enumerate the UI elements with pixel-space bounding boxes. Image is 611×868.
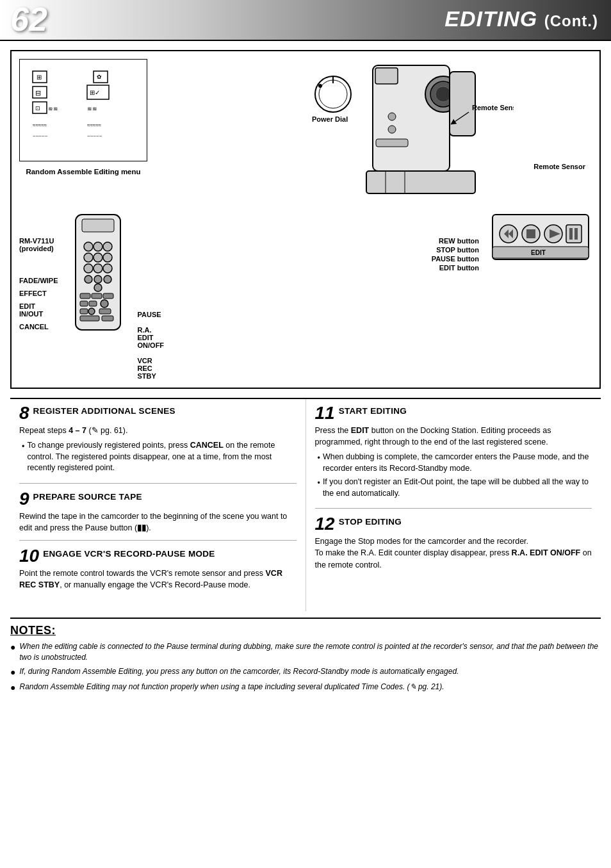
step-10-block: 10 ENGAGE VCR'S RECORD-PAUSE MODE Point … <box>19 548 297 597</box>
svg-point-48 <box>104 275 111 283</box>
svg-text:≈≈≈≈≈: ≈≈≈≈≈ <box>33 122 47 128</box>
step-8-body: Repeat steps 4 – 7 (✎ pg. 61). • To chan… <box>19 425 297 474</box>
menu-icons-svg: ⊞ ✿ ⊟ ⊞✓ ⊡ ≋≋ ≋≋ <box>26 66 135 149</box>
remote-section: RM-V711U (provided) FADE/WIPE EFFECT EDI… <box>19 211 160 380</box>
svg-text:Power Dial: Power Dial <box>312 115 348 123</box>
steps-right: 11 START EDITING Press the EDIT button o… <box>306 399 601 611</box>
note-3-text: Random Assemble Editing may not function… <box>19 682 444 694</box>
svg-rect-58 <box>99 309 111 314</box>
svg-point-38 <box>94 242 102 251</box>
diagram-top: ⊞ ✿ ⊟ ⊞✓ ⊡ ≋≋ ≋≋ <box>19 59 592 200</box>
note-bullet-2: ● <box>10 666 15 679</box>
page-number: 62 <box>10 3 47 36</box>
svg-text:⊞: ⊞ <box>37 74 42 81</box>
vcr-button-labels: REW button STOP button PAUSE button EDIT… <box>432 211 479 272</box>
notes-section: NOTES: ● When the editing cable is conne… <box>10 618 601 694</box>
step-11-block: 11 START EDITING Press the EDIT button o… <box>315 405 592 509</box>
vcr-rec-stby-label: VCR REC STBY <box>138 357 165 380</box>
svg-rect-25 <box>375 68 398 84</box>
menu-box-wrapper: ⊞ ✿ ⊟ ⊞✓ ⊡ ≋≋ ≋≋ <box>19 59 147 176</box>
step-8-bullets: • To change previously registered points… <box>19 440 297 474</box>
svg-rect-54 <box>89 301 97 306</box>
camcorder-area: Power Dial <box>160 59 592 200</box>
ra-edit-label: R.A. EDIT ON/OFF <box>138 326 165 349</box>
svg-rect-69 <box>566 225 582 243</box>
svg-rect-66 <box>526 229 535 238</box>
steps-section: 8 REGISTER ADDITIONAL SCENES Repeat step… <box>10 398 601 611</box>
step-11-title: START EDITING <box>339 405 407 417</box>
notes-list: ● When the editing cable is connected to… <box>10 641 601 694</box>
svg-point-28 <box>388 126 396 133</box>
svg-rect-52 <box>103 293 113 299</box>
svg-text:≋≋: ≋≋ <box>48 106 58 112</box>
step-9-block: 9 PREPARE SOURCE TAPE Rewind the tape in… <box>19 491 297 541</box>
step-12-body: Engage the Stop modes for the camcorder … <box>315 536 592 570</box>
note-2: ● If, during Random Assemble Editing, yo… <box>10 666 601 679</box>
step-11-body: Press the EDIT button on the Docking Sta… <box>315 425 592 499</box>
diagram-section: ⊞ ✿ ⊟ ⊞✓ ⊡ ≋≋ ≋≋ <box>10 50 601 389</box>
remote-body-svg <box>66 211 130 333</box>
svg-rect-36 <box>82 219 114 232</box>
svg-text:✿: ✿ <box>97 74 102 80</box>
step-11-bullet-1: • When dubbing is complete, the camcorde… <box>318 452 592 474</box>
svg-point-19 <box>318 84 322 88</box>
svg-rect-30 <box>366 171 475 193</box>
svg-rect-50 <box>80 293 90 299</box>
step-9-num: 9 <box>19 490 29 508</box>
step-8-block: 8 REGISTER ADDITIONAL SCENES Repeat step… <box>19 405 297 484</box>
page-header: 62 EDITING (Cont.) <box>0 0 611 41</box>
remote-name-label: RM-V711U (provided) <box>19 237 58 252</box>
note-bullet-1: ● <box>10 641 15 663</box>
svg-text:⊡: ⊡ <box>35 105 40 111</box>
svg-point-57 <box>88 308 95 315</box>
vcr-docking-area: REW button STOP button PAUSE button EDIT… <box>167 211 592 272</box>
step-9-body: Rewind the tape in the camcorder to the … <box>19 511 297 534</box>
title-editing: EDITING <box>444 6 537 31</box>
svg-text:~~~~~: ~~~~~ <box>87 133 102 139</box>
svg-point-42 <box>103 253 112 262</box>
steps-left: 8 REGISTER ADDITIONAL SCENES Repeat step… <box>10 399 306 611</box>
step-9-title: PREPARE SOURCE TAPE <box>33 491 142 503</box>
step-12-title: STOP EDITING <box>339 516 402 528</box>
svg-point-55 <box>101 300 108 307</box>
step-9-header: 9 PREPARE SOURCE TAPE <box>19 491 297 508</box>
note-2-text: If, during Random Assemble Editing, you … <box>19 666 459 679</box>
svg-rect-26 <box>450 72 475 136</box>
svg-text:⊟: ⊟ <box>35 89 41 97</box>
step-11-header: 11 START EDITING <box>315 405 592 422</box>
svg-rect-56 <box>80 309 88 314</box>
note-3: ● Random Assemble Editing may not functi… <box>10 682 601 694</box>
vcr-panel-svg: EDIT <box>489 211 592 263</box>
svg-point-43 <box>84 264 93 273</box>
svg-point-40 <box>84 253 93 262</box>
step-12-header: 12 STOP EDITING <box>315 516 592 533</box>
svg-point-44 <box>94 264 102 273</box>
note-1-text: When the editing cable is connected to t… <box>19 641 601 663</box>
cancel-label: CANCEL <box>19 323 58 331</box>
svg-point-47 <box>94 275 102 283</box>
menu-box: ⊞ ✿ ⊟ ⊞✓ ⊡ ≋≋ ≋≋ <box>19 59 147 161</box>
pause-label: PAUSE <box>138 311 165 318</box>
step-11-bullets: • When dubbing is complete, the camcorde… <box>315 452 592 499</box>
svg-point-27 <box>388 113 396 120</box>
svg-text:Remote Sensor: Remote Sensor <box>472 104 514 111</box>
remote-sensor-label: Remote Sensor <box>534 163 585 170</box>
step-10-num: 10 <box>19 547 39 565</box>
svg-text:≈≈≈≈≈: ≈≈≈≈≈ <box>87 122 102 128</box>
camcorder-svg: Power Dial <box>238 59 514 200</box>
note-1: ● When the editing cable is connected to… <box>10 641 601 663</box>
title-cont: (Cont.) <box>544 12 598 29</box>
svg-point-49 <box>94 284 102 291</box>
step-8-title: REGISTER ADDITIONAL SCENES <box>33 405 175 417</box>
step-8-bullet-1: • To change previously registered points… <box>22 440 297 474</box>
step-12-num: 12 <box>315 515 335 533</box>
svg-point-17 <box>319 80 347 108</box>
step-8-header: 8 REGISTER ADDITIONAL SCENES <box>19 405 297 422</box>
step-10-body: Point the remote control towards the VCR… <box>19 568 297 591</box>
svg-rect-70 <box>569 228 573 240</box>
svg-text:EDIT: EDIT <box>531 249 546 256</box>
vcr-panel: EDIT <box>489 211 592 265</box>
svg-text:~~~~~: ~~~~~ <box>33 133 48 139</box>
menu-label: Random Assemble Editing menu <box>26 168 140 176</box>
edit-in-out-label: EDIT IN/OUT <box>19 302 58 318</box>
